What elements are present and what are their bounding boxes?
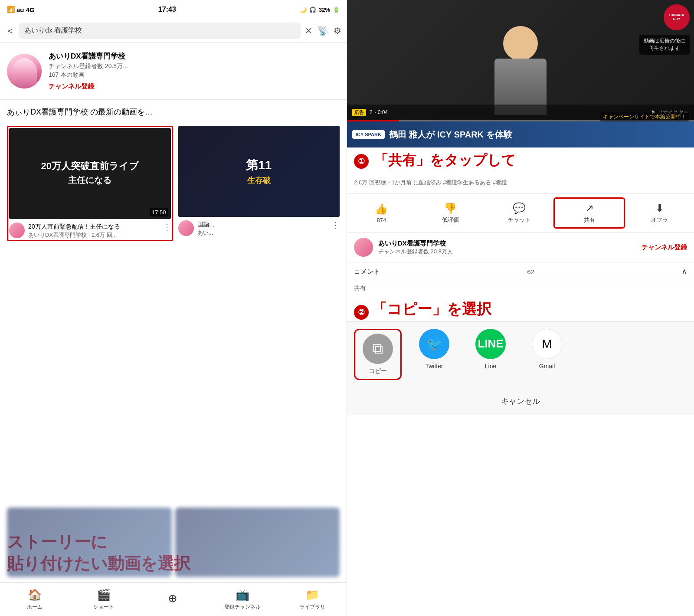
icy-spark-banner: ICY SPARK 鶴田 雅人が ICY SPARK を体験 <box>347 121 694 147</box>
share-twitter-option[interactable]: 🐦 Twitter <box>410 329 458 370</box>
like-icon: 👍 <box>375 203 388 215</box>
annotation1-text: ① 「共有」をタップして <box>354 151 687 170</box>
action-buttons: 👍 874 👎 低評価 💬 チャット ↗ 共有 ⬇ オフラ <box>347 194 694 233</box>
video-player: CANADADRY 動画は広告の後に 再生されます ICY SPARK 鶴田 雅… <box>347 0 694 147</box>
share-line-option[interactable]: LINE Line <box>467 329 514 370</box>
video-grid: 20万人突破直前ライブ 主任になる 17:50 20万人直前緊急配信！主任になる… <box>0 126 347 241</box>
video-thumbnail-2: 第11 生存破 <box>178 126 340 217</box>
search-bar-icons: ✕ 📡 ⚙ <box>305 26 341 36</box>
thumb-title-1: 20万人突破直前ライブ <box>41 161 139 172</box>
channel-avatar[interactable] <box>7 54 42 88</box>
ad-overlay-line1: 動画は広告の後に <box>644 37 685 45</box>
share-gmail-option[interactable]: M Gmail <box>523 329 571 370</box>
video-card-2[interactable]: 第11 生存破 国語... あい... ⋮ <box>178 126 340 241</box>
video-info-2: 国語... あい... ⋮ <box>178 220 340 237</box>
blur-card-1 <box>7 508 172 577</box>
ad-time: 2・0:04 <box>370 109 388 116</box>
video-duration-1: 17:50 <box>150 208 168 216</box>
share-button[interactable]: ↗ 共有 <box>553 197 625 229</box>
twitter-bird-icon: 🐦 <box>426 336 442 351</box>
video-title-2: 国語... <box>197 220 329 228</box>
player-overlay-top: CANADADRY <box>347 0 694 35</box>
channel-subs: チャンネル登録者数 20.8万... <box>49 62 340 70</box>
line-icon-circle: LINE <box>475 329 506 359</box>
blurred-bottom <box>0 504 347 582</box>
share-icon: ↗ <box>585 202 594 214</box>
chat-label: チャット <box>508 216 530 224</box>
copy-icon-circle: ⧉ <box>363 334 393 364</box>
channel-row-right: あいりDX看護専門学校 チャンネル登録者数 20.8万人 チャンネル登録 <box>347 233 694 262</box>
nav-shorts[interactable]: 🎬 ショート <box>86 588 121 611</box>
cancel-button[interactable]: キャンセル <box>501 396 540 406</box>
nav-home-label: ホーム <box>27 603 43 611</box>
icy-spark-title: 鶴田 雅人が ICY SPARK を体験 <box>389 129 512 141</box>
video-title-1: 20万人直前緊急配信！主任になる <box>28 223 160 230</box>
step2-label: 「コピー」を選択 <box>372 299 491 319</box>
close-button[interactable]: ✕ <box>305 26 312 36</box>
dislike-label: 低評価 <box>442 216 459 224</box>
video-channel-2: あい... <box>197 229 329 237</box>
share-section-label: 共有 <box>354 285 366 292</box>
channel-row-avatar <box>354 238 373 257</box>
comments-chevron-icon[interactable]: ∧ <box>681 267 687 276</box>
offline-label: オフラ <box>651 216 668 224</box>
channel-videos: 167 本の動画 <box>49 71 340 79</box>
copy-icon-symbol: ⧉ <box>373 340 383 357</box>
like-count: 874 <box>377 217 386 223</box>
nav-library[interactable]: 📁 ライブラリ <box>295 588 330 611</box>
video-more-button-1[interactable]: ⋮ <box>163 223 171 232</box>
back-button[interactable]: ＜ <box>5 24 15 37</box>
search-input[interactable]: あいりdx 看護学校 <box>19 23 301 39</box>
settings-icon[interactable]: ⚙ <box>334 26 341 36</box>
video-thumbnail-1: 20万人突破直前ライブ 主任になる 17:50 <box>9 128 171 219</box>
latest-title: あぃりDX看護専門学校 の最新の動画を… <box>7 107 340 117</box>
nav-subscriptions[interactable]: 📺 登録チャンネル <box>224 588 261 611</box>
cast-icon[interactable]: 📡 <box>318 26 328 36</box>
channel-info: あいりDX看護専門学校 チャンネル登録者数 20.8万... 167 本の動画 … <box>0 43 347 100</box>
video-info-1: 20万人直前緊急配信！主任になる あいりDX看護専門学校 · 2.6万 回...… <box>9 223 171 239</box>
twitter-label: Twitter <box>425 363 443 370</box>
offline-button[interactable]: ⬇ オフラ <box>625 199 694 227</box>
canada-dry-text: CANADADRY <box>669 13 684 21</box>
nav-shorts-label: ショート <box>93 603 114 611</box>
canada-dry-logo: CANADADRY <box>664 4 690 30</box>
video-more-button-2[interactable]: ⋮ <box>332 220 340 230</box>
thumb-sub-1: 主任になる <box>68 174 111 186</box>
time-display: 17:43 <box>158 6 176 13</box>
subscribe-button[interactable]: チャンネル登録 <box>49 82 340 91</box>
chat-button[interactable]: 💬 チャット <box>485 199 554 227</box>
step2-annotation: ② 「コピー」を選択 <box>347 296 694 321</box>
headphone-icon: 🎧 <box>309 7 316 13</box>
video-channel-avatar-2 <box>178 220 194 236</box>
line-icon-symbol: LINE <box>478 337 503 351</box>
ad-overlay: 動画は広告の後に 再生されます <box>639 35 690 55</box>
bottom-nav: 🏠 ホーム 🎬 ショート ⊕ 📺 登録チャンネル 📁 ライブラリ <box>0 582 347 616</box>
channel-row-subs: チャンネル登録者数 20.8万人 <box>378 248 636 256</box>
nav-plus[interactable]: ⊕ <box>155 592 190 607</box>
channel-row-subscribe[interactable]: チャンネル登録 <box>642 243 687 252</box>
comments-label: コメント <box>354 268 380 276</box>
blur-card-2 <box>175 508 340 577</box>
step1-circle: ① <box>354 154 369 169</box>
battery-label: 32% <box>319 7 330 13</box>
blurred-content <box>0 504 347 580</box>
dislike-button[interactable]: 👎 低評価 <box>416 199 485 227</box>
latest-section: あぃりDX看護専門学校 の最新の動画を… <box>0 100 347 126</box>
video-stats: 2.6万 回視聴・1か月前 に配信済み #看護学生あるある #看護 <box>354 179 687 187</box>
status-bar-left: 📶 au 4G 17:43 🌙 🎧 32% 🔋 <box>0 0 347 19</box>
nav-subscriptions-label: 登録チャンネル <box>224 603 261 611</box>
step1-label: 「共有」をタップして <box>374 152 516 168</box>
battery-area: 🌙 🎧 32% 🔋 <box>300 7 340 13</box>
video-meta-2: 国語... あい... <box>197 220 329 237</box>
carrier-signal: 📶 au 4G <box>7 6 35 13</box>
video-channel-1: あいりDX看護専門学校 · 2.6万 回... <box>28 231 160 239</box>
nav-home[interactable]: 🏠 ホーム <box>17 588 52 611</box>
ad-overlay-line2: 再生されます <box>644 45 685 52</box>
share-copy-option[interactable]: ⧉ コピー <box>354 329 402 380</box>
comments-header: コメント 62 ∧ <box>354 267 687 276</box>
video-info-section: 2.6万 回視聴・1か月前 に配信済み #看護学生あるある #看護 <box>347 174 694 194</box>
video-card-1[interactable]: 20万人突破直前ライブ 主任になる 17:50 20万人直前緊急配信！主任になる… <box>7 126 173 241</box>
thumb-num-2: 第11 <box>246 157 272 174</box>
video-meta-1: 20万人直前緊急配信！主任になる あいりDX看護専門学校 · 2.6万 回... <box>28 223 160 239</box>
like-button[interactable]: 👍 874 <box>347 200 416 227</box>
